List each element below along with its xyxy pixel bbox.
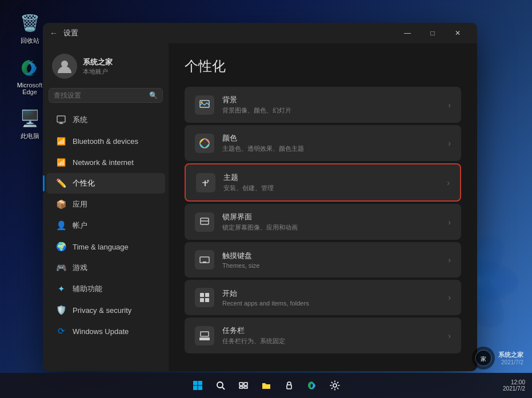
- sidebar-item-label-network: Network & internet: [73, 158, 134, 167]
- sidebar-item-label-accounts: 帐户: [73, 220, 87, 231]
- sidebar-item-personalization[interactable]: ✏️ 个性化: [46, 173, 165, 194]
- bluetooth-icon: 📶: [55, 135, 67, 147]
- svg-rect-40: [198, 386, 202, 391]
- touch-keyboard-icon: [195, 250, 214, 270]
- sidebar-item-accounts[interactable]: 👤 帐户: [46, 215, 165, 236]
- setting-item-themes[interactable]: 主题 安装、创建、管理 ›: [185, 163, 461, 202]
- svg-rect-15: [205, 180, 206, 186]
- svg-rect-32: [205, 298, 209, 302]
- taskbar-icon: [195, 326, 214, 345]
- accessibility-icon: ✦: [55, 283, 67, 295]
- start-text: 开始 Recent apps and items, folders: [222, 288, 440, 307]
- setting-item-lock-screen[interactable]: 锁屏界面 锁定屏幕图像、应用和动画 ›: [185, 204, 461, 240]
- apps-icon: 📦: [55, 199, 67, 210]
- svg-point-48: [333, 384, 337, 387]
- setting-item-taskbar[interactable]: 任务栏 任务栏行为、系统固定 ›: [185, 317, 461, 353]
- sidebar-item-accessibility[interactable]: ✦ 辅助功能: [46, 279, 165, 299]
- sidebar-item-system[interactable]: 系统: [46, 110, 165, 130]
- themes-sub: 安装、创建、管理: [223, 184, 439, 192]
- this-pc-icon: 🖥️: [18, 107, 41, 130]
- svg-rect-29: [200, 293, 204, 297]
- themes-text: 主题 安装、创建、管理: [223, 172, 439, 192]
- taskbar-text: 任务栏 任务栏行为、系统固定: [222, 325, 440, 345]
- close-button[interactable]: ✕: [445, 24, 470, 42]
- lock-screen-sub: 锁定屏幕图像、应用和动画: [222, 223, 440, 232]
- taskbar-start-button[interactable]: [187, 375, 208, 396]
- taskbar-explorer-button[interactable]: [256, 375, 277, 396]
- taskbar-center: [187, 375, 345, 396]
- recycle-bin-label: 回收站: [21, 37, 39, 45]
- sidebar-item-apps[interactable]: 📦 应用: [46, 194, 165, 215]
- taskbar-arrow: ›: [448, 331, 451, 340]
- setting-item-background[interactable]: 背景 背景图像、颜色、幻灯片 ›: [185, 87, 461, 123]
- setting-item-start[interactable]: 开始 Recent apps and items, folders ›: [185, 280, 461, 315]
- lock-screen-arrow: ›: [448, 218, 451, 227]
- taskbar-title: 任务栏: [222, 325, 440, 336]
- start-arrow: ›: [448, 293, 451, 302]
- search-input[interactable]: [54, 91, 149, 99]
- setting-item-colors[interactable]: 颜色 主题色、透明效果、颜色主题 ›: [185, 125, 461, 161]
- sidebar-item-gaming[interactable]: 🎮 游戏: [46, 258, 165, 278]
- back-button[interactable]: ←: [50, 29, 58, 38]
- background-text: 背景 背景图像、颜色、幻灯片: [222, 95, 440, 115]
- avatar: [52, 54, 77, 79]
- svg-rect-45: [239, 387, 243, 388]
- settings-body: 系统之家 本地账户 🔍 系统 📶: [43, 43, 477, 371]
- background-sub: 背景图像、颜色、幻灯片: [222, 106, 440, 115]
- search-icon: 🔍: [149, 91, 158, 99]
- taskbar-edge-button[interactable]: [302, 375, 322, 396]
- system-icon: [55, 114, 67, 126]
- svg-rect-44: [244, 383, 247, 385]
- brand-text: 系统之家 2021/7/2: [498, 351, 523, 365]
- svg-point-13: [201, 101, 203, 103]
- svg-rect-46: [244, 387, 247, 388]
- search-box[interactable]: 🔍: [49, 88, 163, 103]
- svg-rect-38: [198, 381, 202, 385]
- sidebar-item-label-personalization: 个性化: [73, 178, 95, 188]
- sidebar-item-label-accessibility: 辅助功能: [73, 284, 102, 294]
- user-info: 系统之家 本地账户: [83, 57, 113, 76]
- sidebar-item-privacy[interactable]: 🛡️ Privacy & security: [46, 300, 165, 320]
- settings-window: ← 设置 — □ ✕: [43, 23, 477, 371]
- brand-logo: 家 系统之家 2021/7/2: [472, 347, 523, 369]
- taskbar-security-button[interactable]: [279, 375, 299, 396]
- sidebar-item-bluetooth[interactable]: 📶 Bluetooth & devices: [46, 131, 165, 151]
- privacy-icon: 🛡️: [55, 304, 67, 316]
- sidebar-item-time[interactable]: 🌍 Time & language: [46, 236, 165, 257]
- sidebar-item-label-time: Time & language: [73, 243, 129, 251]
- taskbar: 12:00 2021/7/2: [0, 373, 532, 398]
- gaming-icon: 🎮: [55, 262, 67, 274]
- window-title: 设置: [63, 28, 78, 38]
- user-profile[interactable]: 系统之家 本地账户: [43, 48, 169, 88]
- network-icon: 📶: [55, 156, 67, 168]
- svg-point-41: [217, 382, 223, 388]
- themes-icon: [196, 173, 215, 192]
- sidebar-item-windows-update[interactable]: ⟳ Windows Update: [46, 321, 165, 341]
- page-title: 个性化: [185, 57, 461, 75]
- title-bar: ← 设置 — □ ✕: [43, 23, 477, 43]
- colors-icon: [195, 134, 214, 153]
- touch-keyboard-text: 触摸键盘 Themes, size: [222, 251, 440, 269]
- svg-rect-10: [60, 122, 62, 123]
- taskbar-search-button[interactable]: [210, 375, 231, 396]
- lock-screen-text: 锁屏界面 锁定屏幕图像、应用和动画: [222, 212, 440, 232]
- this-pc-label: 此电脑: [21, 132, 39, 140]
- colors-sub: 主题色、透明效果、颜色主题: [222, 144, 440, 153]
- taskbar-datetime: 12:00 2021/7/2: [503, 379, 525, 392]
- svg-rect-33: [199, 337, 210, 340]
- setting-item-touch-keyboard[interactable]: 触摸键盘 Themes, size ›: [185, 242, 461, 278]
- lock-screen-title: 锁屏界面: [222, 212, 440, 222]
- maximize-button[interactable]: □: [420, 24, 445, 42]
- taskbar-settings-button[interactable]: [325, 375, 345, 396]
- brand-logo-icon: 家: [472, 347, 495, 369]
- taskbar-task-view-button[interactable]: [233, 375, 254, 396]
- sidebar-item-network[interactable]: 📶 Network & internet: [46, 152, 165, 172]
- svg-rect-37: [193, 381, 198, 385]
- themes-arrow: ›: [447, 178, 450, 187]
- colors-text: 颜色 主题色、透明效果、颜色主题: [222, 133, 440, 153]
- touch-keyboard-arrow: ›: [448, 255, 451, 264]
- svg-rect-47: [287, 385, 291, 389]
- background-title: 背景: [222, 95, 440, 105]
- minimize-button[interactable]: —: [395, 24, 420, 42]
- window-controls: — □ ✕: [395, 24, 470, 42]
